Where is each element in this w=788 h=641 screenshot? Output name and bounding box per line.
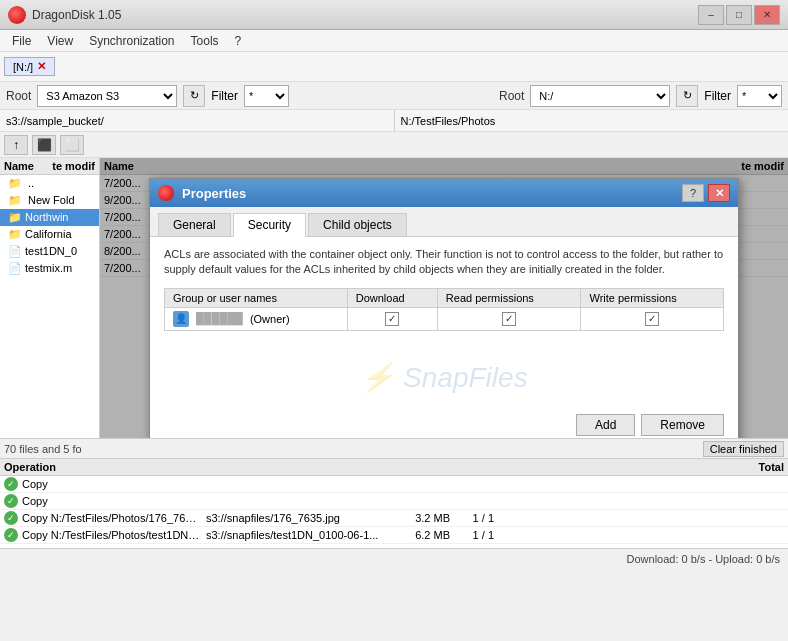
root-select-right[interactable]: N:/ <box>530 85 670 107</box>
add-button[interactable]: Add <box>576 414 635 436</box>
ops-header-label: Operation <box>4 461 56 473</box>
maximize-button[interactable]: □ <box>726 5 752 25</box>
minimize-button[interactable]: – <box>698 5 724 25</box>
status-icon-4: ✓ <box>4 528 18 542</box>
file-item-test1dn[interactable]: 📄 test1DN_0 <box>0 243 99 260</box>
ops-col1-1: Copy <box>22 478 202 490</box>
file-item-newfolder[interactable]: 📁 New Fold <box>0 192 99 209</box>
dialog-tabs: General Security Child objects <box>150 207 738 237</box>
menu-tools[interactable]: Tools <box>183 32 227 50</box>
menu-view[interactable]: View <box>39 32 81 50</box>
menu-help[interactable]: ? <box>227 32 250 50</box>
filter-select-left[interactable]: * <box>244 85 289 107</box>
app-title: DragonDisk 1.05 <box>32 8 121 22</box>
ops-col1-4: Copy N:/TestFiles/Photos/test1DN_010... <box>22 529 202 541</box>
action-bar: ↑ ⬛ ⬜ <box>0 132 788 158</box>
dialog-controls: ? ✕ <box>682 184 730 202</box>
write-checkbox[interactable] <box>645 312 659 326</box>
col-header-read: Read permissions <box>437 288 581 307</box>
root-select-left[interactable]: S3 Amazon S3 <box>37 85 177 107</box>
ops-col2-4: s3://snapfiles/test1DN_0100-06-1... <box>206 529 386 541</box>
root-label-left: Root <box>6 89 31 103</box>
ops-col3-4: 6.2 MB <box>390 529 450 541</box>
folder-icon-2: 📁 <box>8 211 25 223</box>
clear-finished-button[interactable]: Clear finished <box>703 441 784 457</box>
user-owner-label: (Owner) <box>250 312 290 324</box>
refresh-right-button[interactable]: ↻ <box>676 85 698 107</box>
tab-n-drive[interactable]: [N:/] ✕ <box>4 57 55 76</box>
root-bar: Root S3 Amazon S3 ↻ Filter * Root N:/ ↻ … <box>0 82 788 110</box>
action-btn-2[interactable]: ⬛ <box>32 135 56 155</box>
read-checkbox-cell <box>437 307 581 330</box>
acl-user-cell: 👤 ██████ (Owner) <box>165 307 348 330</box>
action-btn-3[interactable]: ⬜ <box>60 135 84 155</box>
status-icon-3: ✓ <box>4 511 18 525</box>
ops-col1-3: Copy N:/TestFiles/Photos/176_7635.jpg <box>22 512 202 524</box>
menu-file[interactable]: File <box>4 32 39 50</box>
ops-col3-3: 3.2 MB <box>390 512 450 524</box>
file-item-northwin[interactable]: 📁 Northwin <box>0 209 99 226</box>
add-remove-buttons: Add Remove <box>164 414 724 436</box>
download-checkbox-cell <box>347 307 437 330</box>
tab-child-objects[interactable]: Child objects <box>308 213 407 236</box>
col-header-write: Write permissions <box>581 288 724 307</box>
operations-panel: Operation Total ✓ Copy ✓ Copy ✓ Copy N:/… <box>0 458 788 548</box>
download-checkbox[interactable] <box>385 312 399 326</box>
ops-col4-4: 1 / 1 <box>454 529 494 541</box>
remove-button[interactable]: Remove <box>641 414 724 436</box>
tab-close-icon[interactable]: ✕ <box>37 60 46 73</box>
folder-icon-1: 📁 <box>8 194 22 206</box>
acl-table: Group or user names Download Read permis… <box>164 288 724 331</box>
dialog-help-button[interactable]: ? <box>682 184 704 202</box>
dialog-title: Properties <box>182 186 246 201</box>
col-date-header: te modif <box>52 160 95 172</box>
path-bar: s3://sample_bucket/ N:/TestFiles/Photos <box>0 110 788 132</box>
file-icon-1: 📄 <box>8 245 25 257</box>
close-button[interactable]: ✕ <box>754 5 780 25</box>
right-panel: Name te modif 7/200... 9/200... 7/200...… <box>100 158 788 438</box>
status-icon-1: ✓ <box>4 477 18 491</box>
refresh-left-button[interactable]: ↻ <box>183 85 205 107</box>
read-checkbox[interactable] <box>502 312 516 326</box>
toolbar: [N:/] ✕ <box>0 52 788 82</box>
action-btn-1[interactable]: ↑ <box>4 135 28 155</box>
title-bar-left: DragonDisk 1.05 <box>8 6 121 24</box>
status-files-info: 70 files and 5 fo <box>4 443 703 455</box>
ops-col2-3: s3://snapfiles/176_7635.jpg <box>206 512 386 524</box>
app-icon <box>8 6 26 24</box>
ops-row-3: ✓ Copy N:/TestFiles/Photos/176_7635.jpg … <box>0 510 788 527</box>
main-area: Name te modif 📁 .. 📁 New Fold 📁 Northwin… <box>0 158 788 438</box>
menu-synchronization[interactable]: Synchronization <box>81 32 182 50</box>
tab-security[interactable]: Security <box>233 213 306 237</box>
filter-select-right[interactable]: * <box>737 85 782 107</box>
tab-label: [N:/] <box>13 61 33 73</box>
dialog-description: ACLs are associated with the container o… <box>164 247 724 278</box>
speed-text: Download: 0 b/s - Upload: 0 b/s <box>627 553 780 565</box>
file-item-testmix[interactable]: 📄 testmix.m <box>0 260 99 277</box>
acl-row-owner: 👤 ██████ (Owner) <box>165 307 724 330</box>
root-label-right: Root <box>499 89 524 103</box>
ops-row-1: ✓ Copy <box>0 476 788 493</box>
file-item-parent[interactable]: 📁 .. <box>0 175 99 192</box>
col-header-users: Group or user names <box>165 288 348 307</box>
filter-label-left: Filter <box>211 89 238 103</box>
path-left: s3://sample_bucket/ <box>0 110 395 131</box>
ops-col4-3: 1 / 1 <box>454 512 494 524</box>
tab-general[interactable]: General <box>158 213 231 236</box>
file-item-california[interactable]: 📁 California <box>0 226 99 243</box>
file-panel-header: Name te modif <box>0 158 99 175</box>
folder-icon-3: 📁 <box>8 228 25 240</box>
properties-dialog: Properties ? ✕ General Security Child ob… <box>149 178 739 438</box>
dialog-title-left: Properties <box>158 185 246 201</box>
dialog-title-bar: Properties ? ✕ <box>150 179 738 207</box>
write-checkbox-cell <box>581 307 724 330</box>
file-panel-left: Name te modif 📁 .. 📁 New Fold 📁 Northwin… <box>0 158 100 438</box>
folder-up-icon: 📁 <box>8 177 22 189</box>
ops-col1-2: Copy <box>22 495 202 507</box>
title-bar: DragonDisk 1.05 – □ ✕ <box>0 0 788 30</box>
dialog-close-button[interactable]: ✕ <box>708 184 730 202</box>
ops-total-label: Total <box>759 461 784 473</box>
col-name-header: Name <box>4 160 34 172</box>
path-right: N:/TestFiles/Photos <box>395 110 789 131</box>
user-icon: 👤 <box>173 311 189 327</box>
